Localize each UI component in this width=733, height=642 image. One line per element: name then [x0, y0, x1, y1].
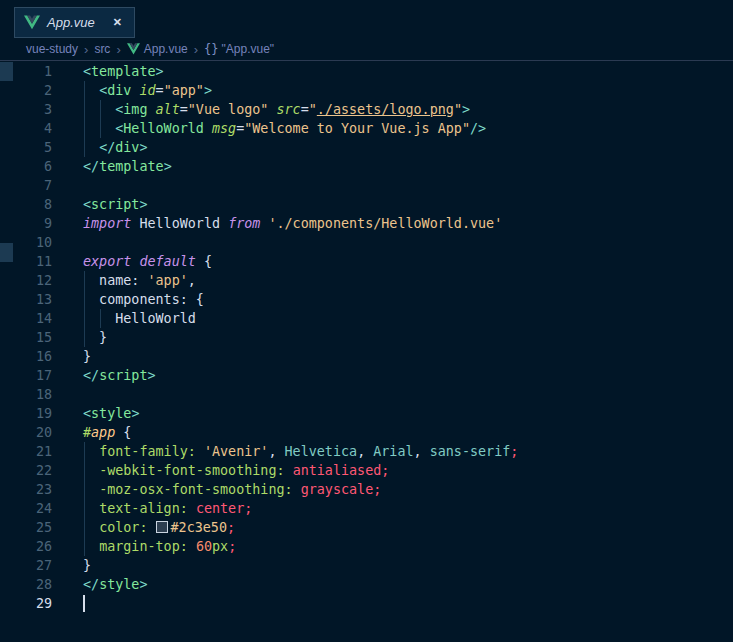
- code-token: >: [131, 406, 139, 421]
- line-number[interactable]: 10: [0, 233, 52, 252]
- color-swatch[interactable]: [156, 521, 168, 533]
- breadcrumb-separator-icon: ›: [194, 43, 198, 56]
- line-number[interactable]: 8: [0, 195, 52, 214]
- code-line[interactable]: 14 HelloWorld: [0, 309, 733, 328]
- code-line[interactable]: 12 name: 'app',: [0, 271, 733, 290]
- code-token: {: [196, 254, 212, 269]
- code-line[interactable]: 15 }: [0, 328, 733, 347]
- line-number[interactable]: 20: [0, 423, 52, 442]
- code-line[interactable]: 1<template>: [0, 62, 733, 81]
- line-number[interactable]: 5: [0, 138, 52, 157]
- code-line[interactable]: 23 -moz-osx-font-smoothing: grayscale;: [0, 480, 733, 499]
- code-line[interactable]: 19<style>: [0, 404, 733, 423]
- code-token: [83, 539, 99, 554]
- line-number[interactable]: 24: [0, 499, 52, 518]
- code-line[interactable]: 4 <HelloWorld msg="Welcome to Your Vue.j…: [0, 119, 733, 138]
- code-token: antialiased;: [293, 463, 390, 478]
- breadcrumb-item[interactable]: {}"App.vue": [204, 42, 274, 56]
- indent-guide: [84, 518, 85, 537]
- code-line[interactable]: 6</template>: [0, 157, 733, 176]
- code-token: HelloWorld: [131, 216, 228, 231]
- code-line-content: </template>: [83, 157, 172, 176]
- line-number[interactable]: 23: [0, 480, 52, 499]
- line-number[interactable]: 16: [0, 347, 52, 366]
- indent-guide: [84, 480, 85, 499]
- code-line[interactable]: 11export default {: [0, 252, 733, 271]
- line-number[interactable]: 28: [0, 575, 52, 594]
- code-line[interactable]: 8<script>: [0, 195, 733, 214]
- code-token: [83, 140, 99, 155]
- code-line[interactable]: 21 font-family: 'Avenir', Helvetica, Ari…: [0, 442, 733, 461]
- code-line[interactable]: 22 -webkit-font-smoothing: antialiased;: [0, 461, 733, 480]
- tab-app-vue[interactable]: App.vue ✕: [14, 7, 135, 38]
- line-number[interactable]: 21: [0, 442, 52, 461]
- line-number[interactable]: 2: [0, 81, 52, 100]
- line-number[interactable]: 12: [0, 271, 52, 290]
- code-line[interactable]: 26 margin-top: 60px;: [0, 537, 733, 556]
- code-line[interactable]: 17</script>: [0, 366, 733, 385]
- line-number[interactable]: 27: [0, 556, 52, 575]
- code-token: ;: [227, 520, 235, 535]
- line-number[interactable]: 19: [0, 404, 52, 423]
- breadcrumb-item[interactable]: vue-study: [26, 42, 78, 56]
- line-number[interactable]: 13: [0, 290, 52, 309]
- code-line[interactable]: 2 <div id="app">: [0, 81, 733, 100]
- code-line-content: <img alt="Vue logo" src="./assets/logo.p…: [83, 100, 470, 119]
- code-token: './components/HelloWorld.vue': [268, 216, 502, 231]
- code-line[interactable]: 10: [0, 233, 733, 252]
- code-line[interactable]: 24 text-align: center;: [0, 499, 733, 518]
- line-number[interactable]: 22: [0, 461, 52, 480]
- indent-guide: [84, 537, 85, 556]
- code-line-content: }: [83, 347, 91, 366]
- breadcrumb: vue-study›src› App.vue›{}"App.vue": [0, 38, 733, 61]
- line-number[interactable]: 9: [0, 214, 52, 233]
- line-number[interactable]: 14: [0, 309, 52, 328]
- code-token: <: [83, 197, 91, 212]
- line-number[interactable]: 4: [0, 119, 52, 138]
- code-line[interactable]: 25 color: #2c3e50;: [0, 518, 733, 537]
- line-number[interactable]: 1: [0, 62, 52, 81]
- code-line[interactable]: 20#app {: [0, 423, 733, 442]
- code-token: [188, 501, 196, 516]
- code-line[interactable]: 29: [0, 594, 733, 613]
- line-number[interactable]: 25: [0, 518, 52, 537]
- indent-guide: [84, 309, 85, 328]
- code-token: id: [139, 83, 155, 98]
- code-token: [83, 520, 99, 535]
- code-line[interactable]: 18: [0, 385, 733, 404]
- editor-code-area[interactable]: 1<template>2 <div id="app">3 <img alt="V…: [0, 61, 733, 613]
- line-number[interactable]: 3: [0, 100, 52, 119]
- code-token: </: [83, 577, 99, 592]
- code-line[interactable]: 5 </div>: [0, 138, 733, 157]
- indent-guide: [100, 100, 101, 119]
- line-number[interactable]: 26: [0, 537, 52, 556]
- code-line-content: HelloWorld: [83, 309, 196, 328]
- code-line-content: -webkit-font-smoothing: antialiased;: [83, 461, 389, 480]
- code-line[interactable]: 9import HelloWorld from './components/He…: [0, 214, 733, 233]
- tab-close-icon[interactable]: ✕: [111, 15, 124, 30]
- code-token: >: [139, 197, 147, 212]
- code-line-content: <script>: [83, 195, 148, 214]
- code-line[interactable]: 16}: [0, 347, 733, 366]
- breadcrumb-item[interactable]: App.vue: [127, 42, 188, 56]
- code-line[interactable]: 27}: [0, 556, 733, 575]
- code-line[interactable]: 28</style>: [0, 575, 733, 594]
- line-number[interactable]: 18: [0, 385, 52, 404]
- line-number[interactable]: 17: [0, 366, 52, 385]
- breadcrumb-item[interactable]: src: [94, 42, 110, 56]
- code-line-content: <div id="app">: [83, 81, 212, 100]
- code-line-content: -moz-osx-font-smoothing: grayscale;: [83, 480, 381, 499]
- line-number[interactable]: 29: [0, 594, 52, 613]
- code-line[interactable]: 3 <img alt="Vue logo" src="./assets/logo…: [0, 100, 733, 119]
- code-token: grayscale;: [301, 482, 382, 497]
- line-number[interactable]: 11: [0, 252, 52, 271]
- indent-guide: [84, 100, 85, 119]
- line-number[interactable]: 7: [0, 176, 52, 195]
- code-token: ,: [414, 444, 430, 459]
- line-number[interactable]: 15: [0, 328, 52, 347]
- code-line-content: <HelloWorld msg="Welcome to Your Vue.js …: [83, 119, 486, 138]
- code-token: >: [139, 140, 147, 155]
- code-line[interactable]: 7: [0, 176, 733, 195]
- code-line[interactable]: 13 components: {: [0, 290, 733, 309]
- line-number[interactable]: 6: [0, 157, 52, 176]
